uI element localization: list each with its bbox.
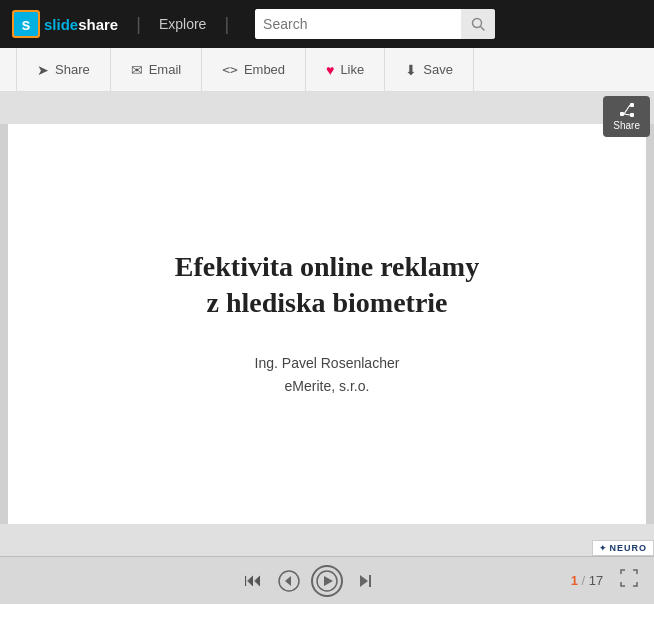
email-icon: ✉ <box>131 62 143 78</box>
neuro-star-icon: ✦ <box>599 543 607 553</box>
logo[interactable]: s slideshare <box>12 10 118 38</box>
svg-rect-15 <box>369 575 371 587</box>
play-button[interactable] <box>311 565 343 597</box>
nav-divider-2: | <box>224 14 229 35</box>
current-page: 1 <box>571 573 578 588</box>
action-bar: ➤ Share ✉ Email <> Embed ♥ Like ⬇ Save <box>0 48 654 92</box>
previous-button[interactable] <box>275 567 303 595</box>
neuro-label: NEURO <box>609 543 647 553</box>
first-icon: ⏮ <box>244 570 262 591</box>
embed-action[interactable]: <> Embed <box>202 48 306 91</box>
fullscreen-icon <box>620 569 638 587</box>
first-button[interactable]: ⏮ <box>239 567 267 595</box>
like-icon: ♥ <box>326 62 334 78</box>
save-label: Save <box>423 62 453 77</box>
svg-text:s: s <box>22 16 31 33</box>
share-label: Share <box>55 62 90 77</box>
search-input[interactable] <box>255 9 461 39</box>
like-label: Like <box>340 62 364 77</box>
page-indicator: 1 / 17 <box>562 573 612 588</box>
next-icon <box>358 574 372 588</box>
slideshare-logo-icon: s <box>12 10 40 38</box>
svg-rect-7 <box>630 113 634 117</box>
save-icon: ⬇ <box>405 62 417 78</box>
fullscreen-button[interactable] <box>620 569 638 592</box>
share-float-icon <box>619 102 635 118</box>
page-separator: / <box>582 573 586 588</box>
svg-line-4 <box>481 27 485 31</box>
nav-divider: | <box>136 14 141 35</box>
slide-content: Efektivita online reklamy z hlediska bio… <box>8 124 646 524</box>
slide-area: Share ✦ NEURO Efektivita online reklamy … <box>0 92 654 556</box>
share-float-button[interactable]: Share <box>603 96 650 137</box>
embed-icon: <> <box>222 62 238 77</box>
share-icon: ➤ <box>37 62 49 78</box>
neuro-badge: ✦ NEURO <box>592 540 654 556</box>
email-action[interactable]: ✉ Email <box>111 48 203 91</box>
playback-controls: ⏮ <box>56 565 562 597</box>
search-button[interactable] <box>461 9 495 39</box>
embed-label: Embed <box>244 62 285 77</box>
like-action[interactable]: ♥ Like <box>306 48 385 91</box>
save-action[interactable]: ⬇ Save <box>385 48 474 91</box>
share-action[interactable]: ➤ Share <box>16 48 111 91</box>
svg-marker-14 <box>360 575 368 587</box>
author-name: Ing. Pavel Rosenlacher <box>255 352 400 376</box>
share-float-label: Share <box>613 120 640 131</box>
prev-icon <box>278 570 300 592</box>
top-navigation: s slideshare | Explore | <box>0 0 654 48</box>
svg-rect-5 <box>620 112 624 116</box>
next-button[interactable] <box>351 567 379 595</box>
svg-line-8 <box>624 105 630 114</box>
svg-rect-6 <box>630 103 634 107</box>
slide-title: Efektivita online reklamy z hlediska bio… <box>175 249 479 322</box>
search-bar <box>255 9 495 39</box>
svg-marker-11 <box>285 576 291 586</box>
search-icon <box>471 17 485 31</box>
slide-author: Ing. Pavel Rosenlacher eMerite, s.r.o. <box>255 352 400 400</box>
email-label: Email <box>149 62 182 77</box>
slide-title-line1: Efektivita online reklamy <box>175 251 479 282</box>
explore-link[interactable]: Explore <box>159 16 206 32</box>
slide-footer-strip <box>0 524 654 556</box>
author-company: eMerite, s.r.o. <box>255 375 400 399</box>
slide-header-strip: Share ✦ NEURO <box>0 92 654 124</box>
total-pages: 17 <box>589 573 603 588</box>
svg-marker-13 <box>324 576 333 586</box>
play-icon <box>316 570 338 592</box>
svg-line-9 <box>624 114 630 115</box>
logo-text: slideshare <box>44 16 118 33</box>
bottom-controls: ⏮ 1 / 17 <box>0 556 654 604</box>
slide-title-line2: z hlediska biometrie <box>206 287 447 318</box>
